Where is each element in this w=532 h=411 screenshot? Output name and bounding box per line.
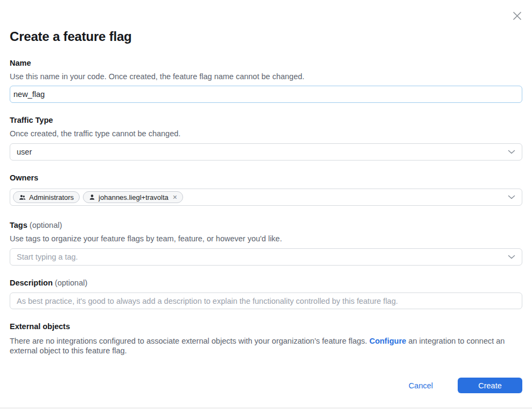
owner-chip-user[interactable]: johannes.liegl+travolta × [83,191,183,203]
tags-label: Tags (optional) [10,221,522,230]
dialog-footer: Cancel Create [10,378,522,393]
close-button[interactable] [510,9,524,23]
tags-help-text: Use tags to organize your feature flags … [10,234,522,243]
traffic-type-value: user [17,148,32,156]
person-icon [89,194,95,200]
description-input[interactable] [10,292,522,309]
owner-chip-administrators[interactable]: Administrators [13,191,80,203]
chevron-down-icon [508,195,515,199]
remove-owner-icon[interactable]: × [173,193,177,201]
description-label-text: Description [10,278,53,287]
traffic-type-select[interactable]: user [10,143,522,161]
tags-placeholder: Start typing a tag. [17,253,78,261]
traffic-type-label: Traffic Type [10,116,522,125]
traffic-type-help-text: Once created, the traffic type cannot be… [10,129,522,138]
cancel-button[interactable]: Cancel [409,381,433,390]
create-feature-flag-dialog: Create a feature flag Name Use this name… [0,0,532,411]
create-button[interactable]: Create [458,378,522,393]
tags-label-text: Tags [10,221,27,229]
owners-select[interactable]: Administrators johannes.liegl+travolta × [10,189,522,206]
external-objects-text-before: There are no integrations configured to … [10,337,369,345]
owners-label: Owners [10,173,522,183]
tags-optional-text: (optional) [30,221,62,229]
name-input[interactable] [10,86,522,103]
group-icon [19,194,26,201]
owner-chip-label: johannes.liegl+travolta [99,193,169,201]
dialog-title: Create a feature flag [10,29,522,45]
chevron-down-icon [508,255,515,259]
description-optional-text: (optional) [55,278,87,287]
name-label: Name [10,59,522,68]
external-objects-label: External objects [10,322,522,331]
configure-link[interactable]: Configure [369,337,406,345]
bottom-divider [0,408,532,408]
owner-chip-label: Administrators [29,193,74,201]
description-label: Description (optional) [10,278,522,288]
close-icon [512,10,523,22]
tags-select[interactable]: Start typing a tag. [10,248,522,266]
external-objects-text: There are no integrations configured to … [10,336,522,356]
name-help-text: Use this name in your code. Once created… [10,72,522,81]
chevron-down-icon [508,150,515,154]
